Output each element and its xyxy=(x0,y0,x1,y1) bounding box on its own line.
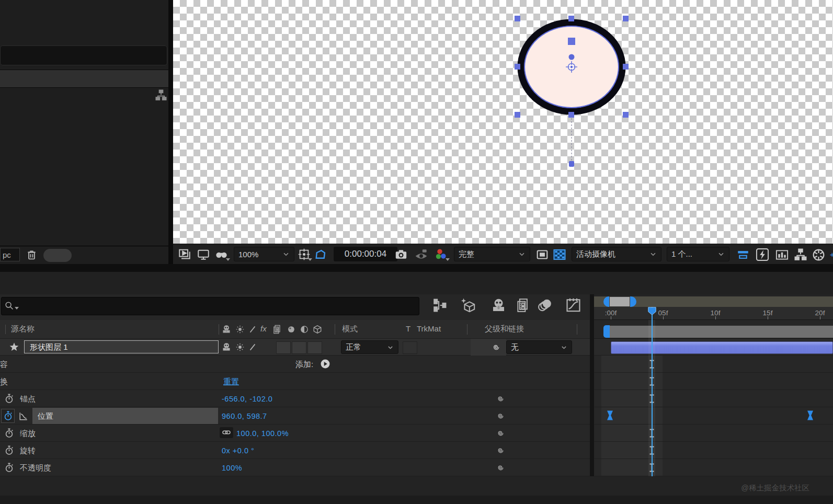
property-pickwhip-icon[interactable] xyxy=(496,429,505,438)
work-area-start-handle[interactable] xyxy=(603,325,610,338)
scale-value[interactable]: 100.0, 100.0% xyxy=(236,429,289,438)
trash-icon[interactable] xyxy=(26,249,38,261)
shy-column-icon[interactable] xyxy=(222,325,231,334)
parent-pickwhip-icon[interactable] xyxy=(491,342,500,352)
column-trkmat[interactable]: TrkMat xyxy=(417,324,441,333)
exposure-value[interactable]: +0 xyxy=(830,250,833,259)
adjustment-column-icon[interactable] xyxy=(300,325,309,334)
zoom-select[interactable]: 100% xyxy=(234,247,294,261)
parent-select[interactable]: 无 xyxy=(506,340,572,354)
resolution-select[interactable]: 完整 xyxy=(454,247,530,261)
time-ruler[interactable]: :00f 05f 10f 15f 20f xyxy=(594,307,833,320)
column-trkmat-t[interactable]: T xyxy=(406,324,410,333)
anchor-point-value[interactable]: -656.0, -102.0 xyxy=(222,395,272,403)
project-panel-list-row[interactable] xyxy=(0,70,168,88)
playhead-line[interactable] xyxy=(652,307,653,491)
threed-column-icon[interactable] xyxy=(313,325,322,334)
layer-shy-icon[interactable] xyxy=(222,342,231,352)
property-pickwhip-icon[interactable] xyxy=(496,411,505,420)
frame-blend-column-icon[interactable] xyxy=(272,325,282,334)
stopwatch-active-icon[interactable] xyxy=(3,411,13,421)
opacity-row[interactable]: 不透明度 100% xyxy=(0,459,594,476)
footer-pill-button[interactable] xyxy=(43,249,72,262)
quality-column-icon[interactable] xyxy=(248,325,257,334)
search-input[interactable] xyxy=(1,297,419,315)
transform-group-row[interactable]: 换 重置 xyxy=(0,373,594,390)
trkmat-cell[interactable] xyxy=(403,341,417,354)
pixel-aspect-icon[interactable] xyxy=(737,248,749,261)
shy-layers-icon[interactable] xyxy=(491,298,506,313)
column-source-name[interactable]: 源名称 xyxy=(11,324,35,334)
column-mode[interactable]: 模式 xyxy=(342,324,358,334)
layer-switch-cell[interactable] xyxy=(292,341,306,354)
search-options-arrow[interactable] xyxy=(15,307,19,310)
position-keyframe[interactable] xyxy=(807,410,814,420)
draft-3d-icon[interactable] xyxy=(460,297,476,313)
property-pickwhip-icon[interactable] xyxy=(496,463,505,472)
flowchart-icon[interactable] xyxy=(155,89,167,101)
collapse-column-icon[interactable] xyxy=(235,325,245,334)
work-area-bar[interactable] xyxy=(610,325,833,338)
layer-collapse-icon[interactable] xyxy=(235,342,245,352)
comp-mini-flowchart-icon[interactable] xyxy=(433,299,447,312)
position-value[interactable]: 960.0, 598.7 xyxy=(222,412,267,420)
layer-switch-cell[interactable] xyxy=(307,341,322,354)
motion-blur-column-icon[interactable] xyxy=(287,325,296,334)
timecode-display[interactable]: 0:00:00:04 xyxy=(334,247,397,261)
property-tracks-area[interactable] xyxy=(594,356,833,476)
reset-link[interactable]: 重置 xyxy=(223,377,239,387)
motion-blur-icon[interactable] xyxy=(538,298,552,313)
graph-editor-icon[interactable] xyxy=(566,297,581,313)
time-navigator-track[interactable] xyxy=(594,296,833,307)
always-preview-icon[interactable] xyxy=(178,248,191,261)
grid-guides-dropdown-arrow[interactable] xyxy=(308,258,312,261)
rotation-value[interactable]: 0x +0.0 ° xyxy=(222,446,254,455)
layer-name-box[interactable]: 形状图层 1 xyxy=(24,340,219,353)
constrain-proportions-box[interactable] xyxy=(220,427,233,438)
stopwatch-icon[interactable] xyxy=(4,394,14,404)
navigator-middle[interactable] xyxy=(609,296,630,307)
playhead-marker[interactable] xyxy=(648,307,656,315)
view-layout-select[interactable]: 1 个... xyxy=(667,247,729,261)
navigator-end-handle[interactable] xyxy=(630,296,636,307)
scale-row[interactable]: 缩放 100.0, 100.0% xyxy=(0,425,594,442)
layer-row[interactable]: 形状图层 1 正常 无 xyxy=(0,339,594,356)
column-parent-link[interactable]: 父级和链接 xyxy=(485,324,524,334)
timeline-left-right-divider[interactable] xyxy=(590,294,594,476)
contents-group-row[interactable]: 容 添加: xyxy=(0,356,594,373)
graph-toggle-icon[interactable] xyxy=(19,411,28,421)
shape-layer-ellipse[interactable] xyxy=(512,12,633,168)
goggles-dropdown-arrow[interactable] xyxy=(226,258,230,261)
position-row[interactable]: 位置 960.0, 598.7 xyxy=(0,407,594,425)
monitor-icon[interactable] xyxy=(197,248,210,261)
region-icon[interactable] xyxy=(536,248,549,261)
blend-mode-select[interactable]: 正常 xyxy=(341,340,398,354)
channel-dropdown-arrow[interactable] xyxy=(446,258,450,261)
opacity-value[interactable]: 100% xyxy=(222,464,242,472)
search-icon[interactable] xyxy=(5,301,14,310)
bit-depth-button[interactable]: pc xyxy=(0,248,20,261)
camera-view-select[interactable]: 活动摄像机 xyxy=(572,247,661,261)
comp-flowchart-icon[interactable] xyxy=(794,248,807,261)
exposure-reset-icon[interactable] xyxy=(812,248,825,261)
timeline-panel-icon[interactable] xyxy=(775,248,789,261)
layer-switch-cell[interactable] xyxy=(276,341,291,354)
snapshot-camera-icon[interactable] xyxy=(395,248,407,261)
show-snapshot-icon[interactable] xyxy=(415,248,428,261)
rotation-row[interactable]: 旋转 0x +0.0 ° xyxy=(0,442,594,459)
add-property-icon[interactable] xyxy=(320,359,330,369)
position-keyframe[interactable] xyxy=(607,410,613,420)
navigator-start-handle[interactable] xyxy=(603,296,609,307)
fast-preview-icon[interactable] xyxy=(756,248,769,261)
layer-quality-icon[interactable] xyxy=(248,342,257,352)
anchor-point-row[interactable]: 锚点 -656.0, -102.0 xyxy=(0,390,594,407)
transparency-grid-icon[interactable] xyxy=(553,248,566,261)
composition-viewport[interactable] xyxy=(173,0,833,244)
layer-duration-bar[interactable] xyxy=(611,341,833,354)
region-of-interest-icon[interactable] xyxy=(314,248,327,261)
frame-blend-icon[interactable] xyxy=(516,298,530,313)
stopwatch-icon[interactable] xyxy=(4,428,14,438)
property-pickwhip-icon[interactable] xyxy=(496,394,505,403)
fx-column-icon[interactable]: fx xyxy=(260,324,267,333)
property-pickwhip-icon[interactable] xyxy=(496,446,505,455)
